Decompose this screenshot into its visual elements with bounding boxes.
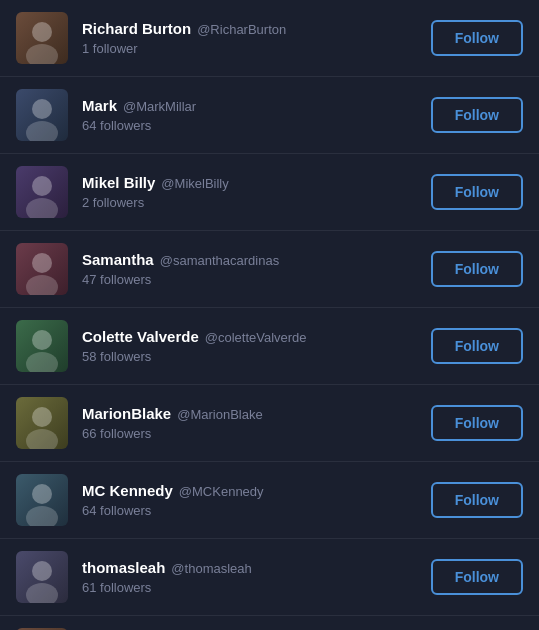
avatar bbox=[16, 12, 68, 64]
username: @MarkMillar bbox=[123, 99, 196, 114]
svg-point-11 bbox=[26, 429, 58, 449]
follow-button[interactable]: Follow bbox=[431, 251, 523, 287]
user-info: Mark @MarkMillar 64 followers bbox=[82, 97, 431, 133]
list-item: Samantha @samanthacardinas 47 followers … bbox=[0, 231, 539, 308]
display-name: Mikel Billy bbox=[82, 174, 155, 191]
display-name: Richard Burton bbox=[82, 20, 191, 37]
display-name: Colette Valverde bbox=[82, 328, 199, 345]
follow-button[interactable]: Follow bbox=[431, 405, 523, 441]
follow-button[interactable]: Follow bbox=[431, 328, 523, 364]
list-item: Colette Valverde @coletteValverde 58 fol… bbox=[0, 308, 539, 385]
user-name-row: Samantha @samanthacardinas bbox=[82, 251, 431, 268]
user-info: Mikel Billy @MikelBilly 2 followers bbox=[82, 174, 431, 210]
follow-button[interactable]: Follow bbox=[431, 482, 523, 518]
list-item: MarionBlake @MarionBlake 66 followers Fo… bbox=[0, 385, 539, 462]
svg-point-7 bbox=[26, 275, 58, 295]
user-name-row: Mikel Billy @MikelBilly bbox=[82, 174, 431, 191]
svg-point-5 bbox=[26, 198, 58, 218]
svg-point-6 bbox=[32, 253, 52, 273]
user-name-row: Mark @MarkMillar bbox=[82, 97, 431, 114]
svg-point-14 bbox=[32, 561, 52, 581]
svg-point-1 bbox=[26, 44, 58, 64]
svg-point-4 bbox=[32, 176, 52, 196]
list-item: johnnysands @johnnysands 64 followers Fo… bbox=[0, 616, 539, 630]
follower-count: 64 followers bbox=[82, 503, 431, 518]
avatar bbox=[16, 474, 68, 526]
follower-count: 1 follower bbox=[82, 41, 431, 56]
user-info: Samantha @samanthacardinas 47 followers bbox=[82, 251, 431, 287]
follower-count: 47 followers bbox=[82, 272, 431, 287]
user-name-row: MarionBlake @MarionBlake bbox=[82, 405, 431, 422]
display-name: Samantha bbox=[82, 251, 154, 268]
svg-point-3 bbox=[26, 121, 58, 141]
svg-point-12 bbox=[32, 484, 52, 504]
follower-count: 61 followers bbox=[82, 580, 431, 595]
list-item: Mark @MarkMillar 64 followers Follow bbox=[0, 77, 539, 154]
user-name-row: Colette Valverde @coletteValverde bbox=[82, 328, 431, 345]
list-item: Mikel Billy @MikelBilly 2 followers Foll… bbox=[0, 154, 539, 231]
follow-button[interactable]: Follow bbox=[431, 20, 523, 56]
user-name-row: Richard Burton @RicharBurton bbox=[82, 20, 431, 37]
svg-point-13 bbox=[26, 506, 58, 526]
avatar bbox=[16, 551, 68, 603]
follow-button[interactable]: Follow bbox=[431, 559, 523, 595]
user-name-row: MC Kennedy @MCKennedy bbox=[82, 482, 431, 499]
follow-button[interactable]: Follow bbox=[431, 174, 523, 210]
list-item: MC Kennedy @MCKennedy 64 followers Follo… bbox=[0, 462, 539, 539]
follow-button[interactable]: Follow bbox=[431, 97, 523, 133]
svg-point-0 bbox=[32, 22, 52, 42]
user-name-row: thomasleah @thomasleah bbox=[82, 559, 431, 576]
avatar bbox=[16, 166, 68, 218]
avatar bbox=[16, 243, 68, 295]
user-info: MarionBlake @MarionBlake 66 followers bbox=[82, 405, 431, 441]
follower-count: 2 followers bbox=[82, 195, 431, 210]
svg-point-15 bbox=[26, 583, 58, 603]
svg-point-8 bbox=[32, 330, 52, 350]
username: @samanthacardinas bbox=[160, 253, 279, 268]
svg-point-10 bbox=[32, 407, 52, 427]
user-info: MC Kennedy @MCKennedy 64 followers bbox=[82, 482, 431, 518]
display-name: thomasleah bbox=[82, 559, 165, 576]
list-item: thomasleah @thomasleah 61 followers Foll… bbox=[0, 539, 539, 616]
username: @thomasleah bbox=[171, 561, 251, 576]
username: @coletteValverde bbox=[205, 330, 307, 345]
user-list: Richard Burton @RicharBurton 1 follower … bbox=[0, 0, 539, 630]
username: @MCKennedy bbox=[179, 484, 264, 499]
display-name: Mark bbox=[82, 97, 117, 114]
follower-count: 66 followers bbox=[82, 426, 431, 441]
user-info: thomasleah @thomasleah 61 followers bbox=[82, 559, 431, 595]
display-name: MC Kennedy bbox=[82, 482, 173, 499]
username: @MarionBlake bbox=[177, 407, 262, 422]
list-item: Richard Burton @RicharBurton 1 follower … bbox=[0, 0, 539, 77]
follower-count: 64 followers bbox=[82, 118, 431, 133]
username: @MikelBilly bbox=[161, 176, 228, 191]
username: @RicharBurton bbox=[197, 22, 286, 37]
avatar bbox=[16, 320, 68, 372]
svg-point-9 bbox=[26, 352, 58, 372]
avatar bbox=[16, 397, 68, 449]
follower-count: 58 followers bbox=[82, 349, 431, 364]
user-info: Richard Burton @RicharBurton 1 follower bbox=[82, 20, 431, 56]
avatar bbox=[16, 89, 68, 141]
user-info: Colette Valverde @coletteValverde 58 fol… bbox=[82, 328, 431, 364]
display-name: MarionBlake bbox=[82, 405, 171, 422]
svg-point-2 bbox=[32, 99, 52, 119]
